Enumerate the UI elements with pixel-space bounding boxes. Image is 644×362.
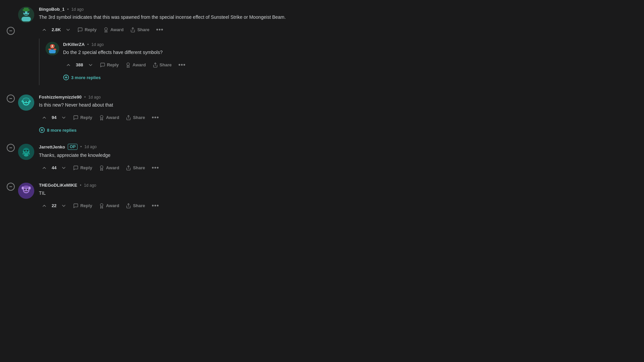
reply-button-jarrett[interactable]: Reply [70,163,95,173]
collapse-button-bingobob[interactable] [7,27,15,35]
share-button-foshizzle[interactable]: Share [123,113,148,122]
reply-icon [73,165,78,171]
more-options-jarrett[interactable]: ••• [149,162,162,173]
vote-area-thegod: 22 [39,201,69,210]
timestamp-bingobob: 1d ago [71,7,84,12]
share-button-bingobob[interactable]: Share [127,25,152,35]
svg-point-8 [105,27,107,30]
upvote-icon [42,203,47,208]
username-drkiller: DrKillerZA [63,42,85,47]
comment-text-bingobob: The 3rd symbol inidicates that this was … [39,14,441,21]
upvote-icon [42,115,47,120]
award-icon [103,27,109,33]
downvote-foshizzle[interactable] [58,113,69,122]
downvote-icon [61,115,66,120]
comment-body-thegod: THEGoDLiKeMIKE • 1d ago TIL 22 [39,183,463,211]
svg-point-52 [27,189,28,190]
comment-body-foshizzle: Foshizzlemynizzle90 • 1d ago Is this new… [39,95,463,134]
svg-point-18 [53,46,54,47]
comment-body-bingobob: BingoBob_1 • 1d ago The 3rd symbol inidi… [39,7,463,85]
share-icon [153,62,158,68]
avatar-foshizzle [18,95,34,111]
reply-icon [73,115,78,120]
svg-rect-7 [24,8,29,10]
svg-point-45 [24,154,29,157]
upvote-icon [42,165,47,171]
svg-point-32 [100,115,103,118]
more-options-foshizzle[interactable]: ••• [149,112,162,123]
expand-icon [39,127,45,133]
timestamp-foshizzle: 1d ago [88,95,101,100]
share-button-drkiller[interactable]: Share [150,60,174,70]
reply-button-thegod[interactable]: Reply [70,201,95,210]
more-replies-drkiller[interactable]: 3 more replies [63,73,463,82]
comment-header-bingobob: BingoBob_1 • 1d ago [39,7,463,12]
award-icon [99,165,104,171]
upvote-thegod[interactable] [39,201,50,210]
share-icon [126,165,131,171]
downvote-icon [88,62,93,68]
action-bar-bingobob: 2.8K Reply [39,24,463,35]
upvote-drkiller[interactable] [63,60,74,70]
username-jarrett: JarrettJenko [39,144,65,149]
reply-button-bingobob[interactable]: Reply [75,25,99,35]
downvote-drkiller[interactable] [85,60,96,70]
vote-area-bingobob: 2.8K [39,25,73,35]
reply-icon [77,27,83,33]
avatar-drkiller [46,42,59,55]
svg-point-42 [24,152,28,153]
svg-rect-19 [52,47,53,47]
upvote-bingobob[interactable] [39,25,50,35]
svg-point-20 [127,63,129,65]
more-replies-foshizzle[interactable]: 8 more replies [39,126,463,134]
svg-point-30 [21,100,23,102]
downvote-bingobob[interactable] [63,25,73,35]
svg-point-17 [51,46,52,47]
award-button-thegod[interactable]: Award [96,201,122,210]
vote-area-drkiller: 388 [63,60,96,70]
op-badge-jarrett: OP [68,144,77,150]
svg-point-46 [100,166,103,168]
reply-button-foshizzle[interactable]: Reply [70,113,95,122]
downvote-icon [65,27,71,33]
share-button-jarrett[interactable]: Share [123,163,148,173]
share-button-thegod[interactable]: Share [123,201,148,210]
upvote-jarrett[interactable] [39,163,50,173]
upvote-icon [66,62,71,68]
username-thegod: THEGoDLiKeMIKE [39,183,77,188]
upvote-foshizzle[interactable] [39,113,50,122]
avatar-thegod [18,183,34,199]
more-options-bingobob[interactable]: ••• [154,24,166,35]
vote-count-bingobob: 2.8K [52,27,61,32]
svg-point-55 [22,187,23,189]
svg-rect-14 [49,50,56,54]
award-button-jarrett[interactable]: Award [96,163,122,173]
comment-body-jarrett: JarrettJenko OP • 1d ago Thanks, appreci… [39,144,463,173]
award-button-drkiller[interactable]: Award [123,60,149,70]
svg-point-41 [27,150,28,152]
downvote-thegod[interactable] [58,201,69,210]
svg-point-51 [24,189,25,190]
comment-text-thegod: TIL [39,190,441,197]
comment-header-foshizzle: Foshizzlemynizzle90 • 1d ago [39,95,463,100]
collapse-button-jarrett[interactable] [7,144,15,152]
vote-count-drkiller: 388 [76,62,83,67]
comment-bingobob: BingoBob_1 • 1d ago The 3rd symbol inidi… [7,3,463,88]
comment-text-drkiller: Do the 2 special effects have different … [63,49,463,56]
comment-header-drkiller: DrKillerZA • 1d ago [63,42,463,47]
vote-count-foshizzle: 94 [52,115,56,120]
svg-point-43 [22,153,24,155]
award-icon [125,62,131,68]
collapse-button-thegod[interactable] [7,183,15,191]
more-options-drkiller[interactable]: ••• [176,59,189,70]
award-button-bingobob[interactable]: Award [101,25,126,35]
action-bar-foshizzle: 94 Reply [39,112,463,123]
more-options-thegod[interactable]: ••• [149,200,162,211]
share-icon [126,115,131,120]
downvote-jarrett[interactable] [58,163,69,173]
award-button-foshizzle[interactable]: Award [96,113,122,122]
reply-button-drkiller[interactable]: Reply [97,60,121,70]
svg-point-5 [28,11,29,13]
collapse-button-foshizzle[interactable] [7,95,15,103]
svg-point-4 [23,11,25,13]
